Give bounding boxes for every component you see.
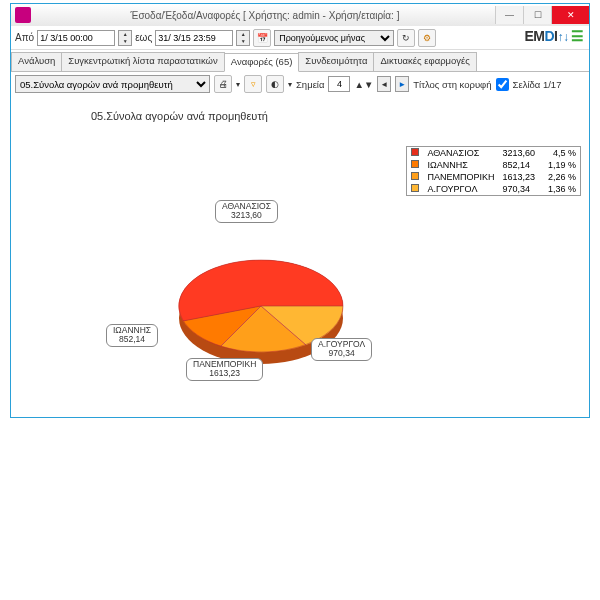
- legend-pct: 2,26 %: [539, 171, 580, 183]
- title-top-checkbox[interactable]: [496, 78, 509, 91]
- minimize-button[interactable]: —: [495, 6, 523, 24]
- slice-label: ΙΩΑΝΝΗΣ852,14: [106, 324, 158, 347]
- legend-swatch-icon: [411, 184, 419, 192]
- titlebar: Έσοδα/Έξοδα/Αναφορές [ Χρήστης: admin - …: [11, 4, 589, 26]
- window-title: Έσοδα/Έξοδα/Αναφορές [ Χρήστης: admin - …: [35, 10, 495, 21]
- dropdown-arrow-icon-2[interactable]: ▾: [288, 80, 292, 89]
- slice-label: ΑΘΑΝΑΣΙΟΣ3213,60: [215, 200, 278, 223]
- to-date-input[interactable]: [155, 30, 233, 46]
- maximize-button[interactable]: ☐: [523, 6, 551, 24]
- tab-connectivity[interactable]: Συνδεσιμότητα: [298, 52, 374, 71]
- tab-bar: Ανάλυση Συγκεντρωτική λίστα παραστατικών…: [11, 52, 589, 72]
- legend-value: 1613,23: [498, 171, 539, 183]
- legend-swatch-icon: [411, 172, 419, 180]
- title-top-label: Τίτλος στη κορυφή: [413, 79, 491, 90]
- from-date-input[interactable]: [37, 30, 115, 46]
- report-toolbar: 05.Σύνολα αγορών ανά προμηθευτή 🖨 ▾ ▿ ◐ …: [11, 72, 589, 96]
- to-date-spinner[interactable]: ▲▼: [236, 30, 250, 46]
- slice-label: ΠΑΝΕΜΠΟΡΙΚΗ1613,23: [186, 358, 263, 381]
- legend-swatch-icon: [411, 160, 419, 168]
- legend-swatch-icon: [411, 148, 419, 156]
- points-spinner[interactable]: ▲▼: [354, 79, 373, 90]
- legend-row: ΑΘΑΝΑΣΙΟΣ 3213,60 4,5 %: [407, 147, 580, 159]
- chart-area: 05.Σύνολα αγορών ανά προμηθευτή ΑΘΑΝΑΣΙΟ…: [11, 96, 589, 416]
- legend-row: ΠΑΝΕΜΠΟΡΙΚΗ 1613,23 2,26 %: [407, 171, 580, 183]
- brand-logo: EMDI↑↓☰: [524, 28, 583, 44]
- print-icon[interactable]: 🖨: [214, 75, 232, 93]
- refresh-icon[interactable]: ↻: [397, 29, 415, 47]
- legend-name: ΙΩΑΝΝΗΣ: [423, 159, 498, 171]
- legend-pct: 1,19 %: [539, 159, 580, 171]
- action-icon[interactable]: ⚙: [418, 29, 436, 47]
- chart-title: 05.Σύνολα αγορών ανά προμηθευτή: [91, 110, 268, 122]
- dropdown-arrow-icon[interactable]: ▾: [236, 80, 240, 89]
- slice-label: Α.ΓΟΥΡΓΟΛ970,34: [311, 338, 372, 361]
- next-button[interactable]: ►: [395, 76, 409, 92]
- prev-button[interactable]: ◄: [377, 76, 391, 92]
- legend-value: 970,34: [498, 183, 539, 195]
- chart-type-icon[interactable]: ◐: [266, 75, 284, 93]
- points-label: Σημεία: [296, 79, 324, 90]
- points-input[interactable]: [328, 76, 350, 92]
- filter-icon[interactable]: ▿: [244, 75, 262, 93]
- legend-name: Α.ΓΟΥΡΓΟΛ: [423, 183, 498, 195]
- legend-name: ΑΘΑΝΑΣΙΟΣ: [423, 147, 498, 159]
- to-label: εως: [135, 32, 152, 43]
- calendar-icon[interactable]: 📅: [253, 29, 271, 47]
- app-icon: [15, 7, 31, 23]
- tab-summary-list[interactable]: Συγκεντρωτική λίστα παραστατικών: [61, 52, 224, 71]
- tab-analysis[interactable]: Ανάλυση: [11, 52, 62, 71]
- tab-reports[interactable]: Αναφορές (65): [224, 53, 300, 72]
- legend-name: ΠΑΝΕΜΠΟΡΙΚΗ: [423, 171, 498, 183]
- period-select[interactable]: Προηγούμενος μήνας: [274, 30, 394, 46]
- legend-row: ΙΩΑΝΝΗΣ 852,14 1,19 %: [407, 159, 580, 171]
- page-label: Σελίδα 1/17: [513, 79, 562, 90]
- legend-pct: 1,36 %: [539, 183, 580, 195]
- legend-row: Α.ΓΟΥΡΓΟΛ 970,34 1,36 %: [407, 183, 580, 195]
- legend-value: 852,14: [498, 159, 539, 171]
- legend-value: 3213,60: [498, 147, 539, 159]
- chart-legend: ΑΘΑΝΑΣΙΟΣ 3213,60 4,5 % ΙΩΑΝΝΗΣ 852,14 1…: [406, 146, 581, 196]
- date-toolbar: Από ▲▼ εως ▲▼ 📅 Προηγούμενος μήνας ↻ ⚙: [11, 26, 589, 50]
- report-select[interactable]: 05.Σύνολα αγορών ανά προμηθευτή: [15, 75, 210, 93]
- legend-pct: 4,5 %: [539, 147, 580, 159]
- tab-network-apps[interactable]: Δικτυακές εφαρμογές: [373, 52, 476, 71]
- from-label: Από: [15, 32, 34, 43]
- from-date-spinner[interactable]: ▲▼: [118, 30, 132, 46]
- app-window: Έσοδα/Έξοδα/Αναφορές [ Χρήστης: admin - …: [10, 3, 590, 418]
- close-button[interactable]: ✕: [551, 6, 589, 24]
